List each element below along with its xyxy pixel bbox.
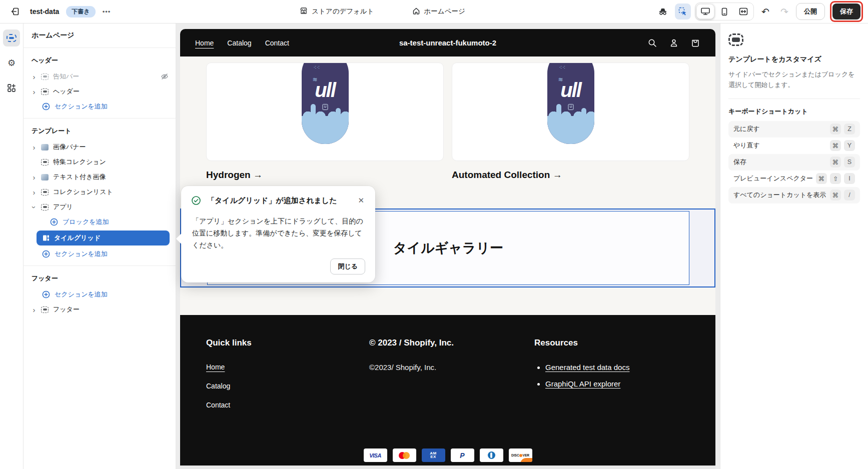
more-menu-button[interactable]: ••• <box>103 8 111 16</box>
topbar-center: ストアのデフォルト ホームページ <box>145 7 620 16</box>
theme-title: test-data <box>30 8 59 16</box>
chevron-right-icon[interactable]: › <box>32 174 37 181</box>
product-cards-row: ⁖⁖ ≋ ull ⁖⁖ ≋ ull <box>206 62 689 161</box>
account-icon[interactable] <box>669 38 679 48</box>
exit-editor-icon[interactable] <box>7 4 23 20</box>
footer-link-home[interactable]: Home <box>206 363 369 371</box>
section-icon <box>41 88 49 95</box>
sidebar-item-footer[interactable]: › フッター <box>24 302 176 317</box>
sidebar-item-featured-collection[interactable]: 特集コレクション <box>24 154 176 170</box>
shortcut-label: 元に戻す <box>733 124 760 134</box>
close-icon[interactable]: ✕ <box>357 196 365 206</box>
incognito-preview-icon[interactable] <box>655 4 671 20</box>
nav-link-home[interactable]: Home <box>195 39 214 47</box>
collection-link-automated-collection[interactable]: Automated Collection → <box>452 170 689 180</box>
board-dots-art: ⁖⁖ <box>314 65 321 70</box>
inspector-title: テンプレートをカスタマイズ <box>728 55 860 64</box>
page-selector-label: ホームページ <box>424 7 465 16</box>
shortcut-row-redo: やり直す ⌘Y <box>728 138 860 154</box>
snowboard-image: ⁖⁖ ≋ ull <box>547 62 594 144</box>
chevron-down-icon[interactable]: › <box>31 204 38 210</box>
section-icon <box>41 74 49 80</box>
resource-link-generated-test-data-docs[interactable]: Generated test data docs <box>545 363 629 372</box>
left-rail: ⚙ <box>0 24 24 469</box>
undo-button[interactable]: ↶ <box>758 4 773 20</box>
sidebar-item-label: 特集コレクション <box>53 158 169 166</box>
mobile-view-button[interactable] <box>715 4 733 19</box>
resources-list: Generated test data docs GraphiQL API ex… <box>534 363 689 388</box>
sidebar-item-image-banner[interactable]: › 画像バナー <box>24 140 176 154</box>
product-card-automated-collection[interactable]: ⁖⁖ ≋ ull <box>452 62 689 161</box>
shortcut-row-show-all-shortcuts: すべてのショートカットを表示 ⌘/ <box>728 187 860 204</box>
diners-club-icon <box>480 448 503 462</box>
footer-link-contact[interactable]: Contact <box>206 401 369 409</box>
page-selector[interactable]: ホームページ <box>412 7 465 16</box>
sections-sidebar: ホームページ ヘッダー › 告知バー › ヘッダー セクションを追加 テンプレー… <box>24 24 176 469</box>
sidebar-item-image-with-text[interactable]: › テキスト付き画像 <box>24 170 176 184</box>
product-card-hydrogen[interactable]: ⁖⁖ ≋ ull <box>206 62 444 161</box>
copyright-text: ©2023/ Shopify, Inc. <box>369 363 534 372</box>
sections-icon <box>728 34 743 46</box>
chevron-right-icon[interactable]: › <box>32 73 37 80</box>
sidebar-item-header[interactable]: › ヘッダー <box>24 84 176 99</box>
collection-link-hydrogen[interactable]: Hydrogen → <box>206 170 444 180</box>
add-section-header-button[interactable]: セクションを追加 <box>24 99 176 114</box>
search-icon[interactable] <box>647 38 657 48</box>
nav-link-catalog[interactable]: Catalog <box>227 39 251 47</box>
sections-tab-button[interactable] <box>3 30 20 46</box>
desktop-view-button[interactable] <box>696 4 714 19</box>
chevron-right-icon[interactable]: › <box>32 144 37 151</box>
footer-col-resources: Resources Generated test data docs Graph… <box>534 338 689 420</box>
list-item: Generated test data docs <box>545 363 689 372</box>
visa-icon: VISA <box>364 448 387 462</box>
sidebar-item-label: ヘッダー <box>53 87 169 96</box>
add-block-label: ブロックを追加 <box>63 218 109 226</box>
theme-settings-button[interactable]: ⚙ <box>3 54 20 72</box>
toast-header: 「タイルグリッド」が追加されました ✕ <box>191 196 365 208</box>
key-cmd: ⌘ <box>830 140 841 151</box>
fullscreen-view-button[interactable] <box>734 4 752 19</box>
collection-headings-row: Hydrogen → Automated Collection → <box>206 170 689 180</box>
add-block-button[interactable]: ブロックを追加 <box>24 214 176 230</box>
section-icon <box>41 306 49 313</box>
preview-inspector-icon[interactable] <box>675 4 691 20</box>
collection-title: Hydrogen <box>206 170 251 180</box>
sidebar-item-label: コレクションリスト <box>53 188 169 196</box>
topbar: test-data 下書き ••• ストアのデフォルト ホームページ <box>0 0 868 24</box>
sections-icon <box>7 34 17 42</box>
chevron-right-icon[interactable]: › <box>32 88 37 96</box>
key-shift: ⇧ <box>830 173 841 184</box>
publish-button[interactable]: 公開 <box>796 3 825 20</box>
shortcut-label: 保存 <box>733 158 746 166</box>
app-embeds-button[interactable] <box>3 80 20 96</box>
sidebar-item-apps[interactable]: › アプリ <box>24 200 176 214</box>
footer-columns: Quick links Home Catalog Contact © 2023 … <box>206 338 689 420</box>
key-cmd: ⌘ <box>830 190 841 200</box>
redo-button[interactable]: ↷ <box>777 4 792 20</box>
chevron-right-icon[interactable]: › <box>32 306 37 314</box>
sidebar-page-title: ホームページ <box>24 24 176 48</box>
inspector-panel: テンプレートをカスタマイズ サイドバーでセクションまたはブロックを選択して開始し… <box>720 24 868 469</box>
tile-grid-icon <box>43 234 50 242</box>
sidebar-item-tile-grid-selected[interactable]: タイルグリッド <box>37 230 170 246</box>
key-y: Y <box>844 140 855 151</box>
save-button[interactable]: 保存 <box>832 4 860 20</box>
dismiss-button[interactable]: 閉じる <box>330 258 365 274</box>
canvas-bottom-edge <box>180 466 715 469</box>
nav-link-contact[interactable]: Contact <box>265 39 289 47</box>
add-section-template-button[interactable]: セクションを追加 <box>24 246 176 262</box>
section-icon <box>41 159 49 166</box>
store-default-selector[interactable]: ストアのデフォルト <box>300 7 374 16</box>
add-section-footer-button[interactable]: セクションを追加 <box>24 287 176 302</box>
device-preview-toggle <box>695 2 754 20</box>
resource-link-graphiql-api-explorer[interactable]: GraphiQL API explorer <box>545 380 620 388</box>
toast-title: 「タイルグリッド」が追加されました <box>207 196 351 206</box>
footer-link-catalog[interactable]: Catalog <box>206 382 369 390</box>
cart-bag-icon[interactable] <box>690 38 700 48</box>
chevron-right-icon[interactable]: › <box>32 188 37 196</box>
sidebar-item-collection-list[interactable]: › コレクションリスト <box>24 184 176 200</box>
status-badge: 下書き <box>66 6 95 18</box>
eye-off-icon[interactable] <box>161 72 169 80</box>
sidebar-item-announcement-bar[interactable]: › 告知バー <box>24 69 176 84</box>
sidebar-item-label: テキスト付き画像 <box>53 172 169 182</box>
